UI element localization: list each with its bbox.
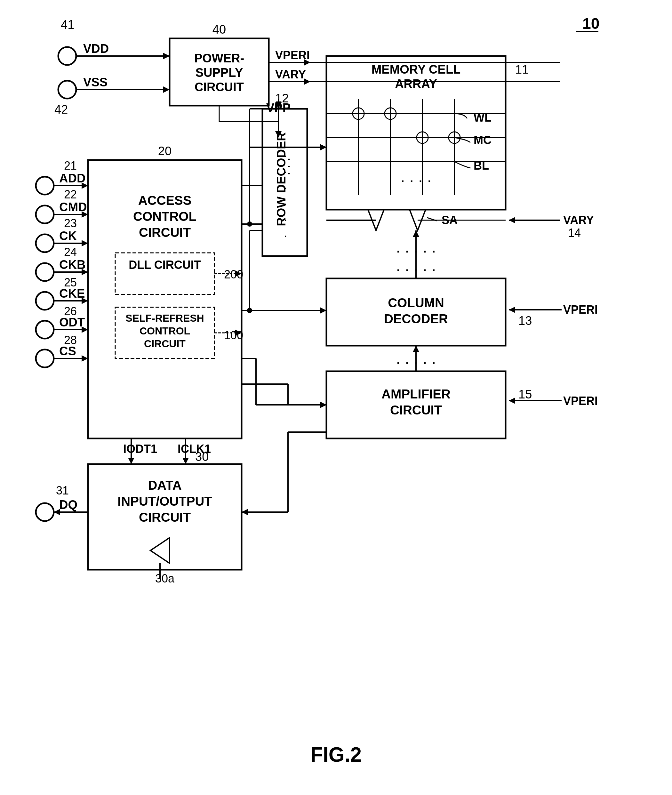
acc-to-col-arrow xyxy=(320,307,326,314)
ref-24: 24 xyxy=(64,245,77,259)
rd-dots-4: · xyxy=(283,196,287,211)
sr-label-1: SELF-REFRESH xyxy=(125,312,204,324)
wl-label: WL xyxy=(474,111,491,124)
iclk1-label: ICLK1 xyxy=(178,442,211,456)
ref-11: 11 xyxy=(515,63,529,76)
fig-label: FIG.2 xyxy=(310,743,362,766)
dll-label-1: DLL CIRCUIT xyxy=(129,258,201,271)
ck-label: CK xyxy=(59,229,77,243)
ref-30a: 30a xyxy=(155,572,175,585)
memory-cell-label-2: ARRAY xyxy=(395,77,437,91)
mem-dots: · · · · xyxy=(400,171,431,189)
ref-23: 23 xyxy=(64,217,77,230)
wl-arrow xyxy=(454,114,467,118)
add-label: ADD xyxy=(59,171,85,185)
cs-arrow xyxy=(82,355,88,362)
vdd-terminal xyxy=(58,47,76,65)
col-dec-label-1: COLUMN xyxy=(388,296,444,310)
acc-label-2: CONTROL xyxy=(133,209,197,223)
ref-15: 15 xyxy=(518,387,532,401)
cmd-label: CMD xyxy=(59,200,87,214)
iodt1-arrow xyxy=(128,457,134,464)
acc-label-3: CIRCUIT xyxy=(139,225,191,239)
amp-to-dio-arrow xyxy=(242,509,248,515)
acc-label-1: ACCESS xyxy=(138,193,192,207)
sr-label-3: CIRCUIT xyxy=(144,338,186,349)
vperi-out-label: VPERI xyxy=(275,49,310,62)
diagram-container: 10 POWER- SUPPLY CIRCUIT 40 VDD 41 VSS 4… xyxy=(0,0,672,795)
ckb-label: CKB xyxy=(59,258,85,271)
rd-dots-3: · xyxy=(283,180,287,195)
ref-26: 26 xyxy=(64,305,77,318)
bl-label: BL xyxy=(474,159,489,172)
rd-dots-5: · xyxy=(283,212,287,227)
dq-terminal xyxy=(36,503,54,521)
cs-terminal xyxy=(36,349,54,368)
mc-label: MC xyxy=(474,133,491,147)
vperi-amp-arrow xyxy=(509,398,515,404)
ref-40: 40 xyxy=(213,23,226,36)
ref-28: 28 xyxy=(64,333,77,347)
iodt1-label: IODT1 xyxy=(123,442,157,456)
memory-cell-label-1: MEMORY CELL xyxy=(371,63,461,76)
cke-terminal xyxy=(36,292,54,310)
vperi-amp-label: VPERI xyxy=(563,394,598,408)
ck-arrow xyxy=(82,240,88,246)
rd-dots-6: · xyxy=(283,228,287,243)
sr-label-2: CONTROL xyxy=(139,325,190,337)
vdd-label: VDD xyxy=(83,42,109,55)
ref-14: 14 xyxy=(568,226,581,239)
vss-terminal xyxy=(58,81,76,99)
cmd-terminal xyxy=(36,205,54,223)
ref-31: 31 xyxy=(56,484,69,497)
add-terminal xyxy=(36,177,54,195)
ref-21: 21 xyxy=(64,159,77,172)
ref-42: 42 xyxy=(54,103,68,116)
power-supply-label-2: SUPPLY xyxy=(195,66,243,79)
ref-13: 13 xyxy=(518,314,532,328)
circuit-diagram: 10 POWER- SUPPLY CIRCUIT 40 VDD 41 VSS 4… xyxy=(0,0,672,795)
ckb-terminal xyxy=(36,263,54,281)
bl-arrow xyxy=(454,162,470,168)
amp-label-1: AMPLIFIER xyxy=(381,387,451,401)
data-io-label-1: DATA xyxy=(148,478,181,492)
dq-label: DQ xyxy=(59,498,77,512)
vary-out-label: VARY xyxy=(275,68,306,81)
odt-terminal xyxy=(36,321,54,339)
power-supply-label-3: CIRCUIT xyxy=(195,80,244,94)
acc-bot-arrow2 xyxy=(320,401,326,408)
vary-in-label: VARY xyxy=(563,213,594,227)
rd-dots-2: · xyxy=(283,164,287,179)
vdd-arrow xyxy=(163,53,170,59)
ref-10: 10 xyxy=(582,15,599,32)
ref-200: 200 xyxy=(224,268,243,281)
vss-arrow xyxy=(163,86,170,93)
power-supply-label-1: POWER- xyxy=(194,51,244,65)
ref-20: 20 xyxy=(158,144,171,158)
vary-in-arrow xyxy=(509,217,515,223)
col-dec-label-2: DECODER xyxy=(384,312,448,326)
acc-to-mca-arrow xyxy=(320,144,326,150)
ref-100: 100 xyxy=(224,329,243,342)
vperi-col-arrow xyxy=(509,307,515,313)
data-io-label-2: INPUT/OUTPUT xyxy=(117,494,212,508)
buffer-triangle xyxy=(150,537,170,563)
mc-arrow xyxy=(454,138,470,142)
rd-dots-1: · xyxy=(283,148,287,163)
amp-label-2: CIRCUIT xyxy=(390,403,442,417)
vss-label: VSS xyxy=(83,75,107,89)
iclk1-arrow xyxy=(182,457,189,464)
ck-terminal xyxy=(36,234,54,252)
vperi-col-label: VPERI xyxy=(563,303,598,316)
amp-to-col-arrow xyxy=(413,346,419,352)
ref-25: 25 xyxy=(64,276,77,289)
data-io-label-3: CIRCUIT xyxy=(139,510,191,524)
dq-arrow xyxy=(54,509,60,515)
ref-22: 22 xyxy=(64,188,77,201)
ref-41: 41 xyxy=(61,18,74,31)
col-to-sa-arrow xyxy=(413,230,419,237)
